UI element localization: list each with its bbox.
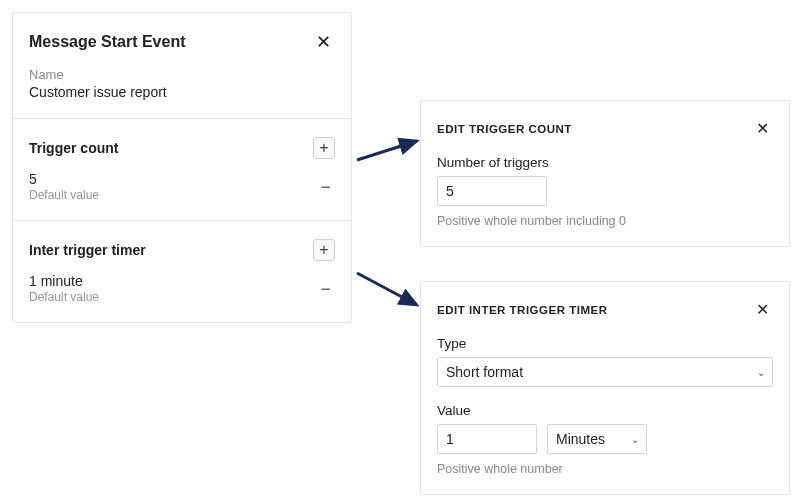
right-panels: EDIT TRIGGER COUNT ✕ Number of triggers … <box>420 100 790 502</box>
trigger-count-value: 5 <box>29 171 99 187</box>
remove-trigger-count-button[interactable]: − <box>316 178 335 196</box>
inter-trigger-default-label: Default value <box>29 290 99 304</box>
edit-trigger-count-panel: EDIT TRIGGER COUNT ✕ Number of triggers … <box>420 100 790 247</box>
svg-line-1 <box>357 273 417 305</box>
trigger-count-default-label: Default value <box>29 188 99 202</box>
trigger-count-title: Trigger count <box>29 140 118 156</box>
timer-value-helper: Positive whole number <box>437 462 773 476</box>
svg-line-0 <box>357 141 417 160</box>
close-icon[interactable]: ✕ <box>312 31 335 53</box>
edit-inter-trigger-title: EDIT INTER TRIGGER TIMER <box>437 304 607 316</box>
left-panel: Message Start Event ✕ Name Customer issu… <box>12 12 352 323</box>
trigger-count-helper: Positive whole number including 0 <box>437 214 773 228</box>
timer-type-label: Type <box>437 336 773 351</box>
inter-trigger-section: Inter trigger timer + 1 minute Default v… <box>13 221 351 322</box>
panel-title: Message Start Event <box>29 33 186 51</box>
header-section: Message Start Event ✕ Name Customer issu… <box>13 13 351 119</box>
inter-trigger-title: Inter trigger timer <box>29 242 146 258</box>
timer-type-value: Short format <box>446 364 523 380</box>
number-of-triggers-label: Number of triggers <box>437 155 773 170</box>
add-trigger-count-button[interactable]: + <box>313 137 335 159</box>
timer-value-input[interactable] <box>437 424 537 454</box>
add-inter-trigger-button[interactable]: + <box>313 239 335 261</box>
close-edit-count-icon[interactable]: ✕ <box>752 119 773 139</box>
timer-value-label: Value <box>437 403 773 418</box>
timer-unit-select[interactable]: Minutes <box>547 424 647 454</box>
name-label: Name <box>29 67 335 82</box>
number-of-triggers-input[interactable] <box>437 176 547 206</box>
edit-trigger-count-title: EDIT TRIGGER COUNT <box>437 123 572 135</box>
timer-type-select[interactable]: Short format <box>437 357 773 387</box>
inter-trigger-value: 1 minute <box>29 273 99 289</box>
close-edit-timer-icon[interactable]: ✕ <box>752 300 773 320</box>
name-value: Customer issue report <box>29 84 335 100</box>
edit-inter-trigger-panel: EDIT INTER TRIGGER TIMER ✕ Type Short fo… <box>420 281 790 495</box>
trigger-count-section: Trigger count + 5 Default value − <box>13 119 351 221</box>
remove-inter-trigger-button[interactable]: − <box>316 280 335 298</box>
timer-unit-value: Minutes <box>556 431 605 447</box>
